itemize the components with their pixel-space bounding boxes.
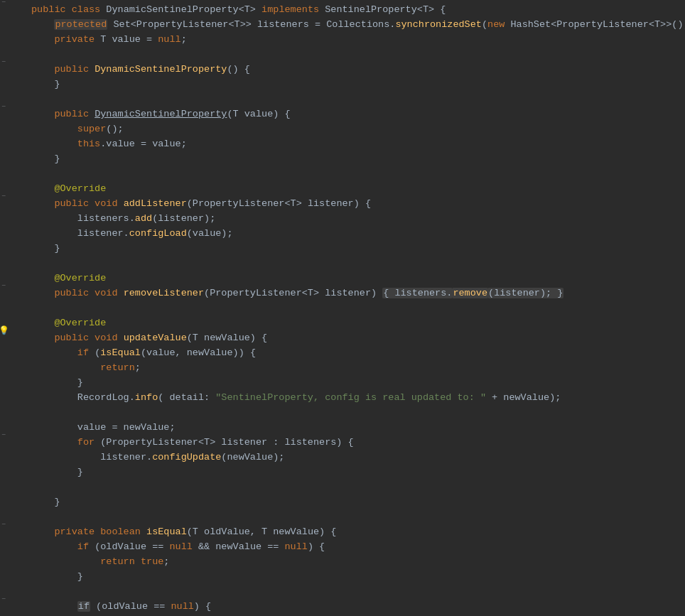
code-23: public void updateValue(T newValue) {: [26, 331, 685, 346]
line-29: value = newValue;: [0, 421, 685, 436]
line-14: − public void addListener(PropertyListen…: [0, 197, 685, 212]
code-11: }: [26, 152, 685, 167]
line-23: − 💡 public void updateValue(T newValue) …: [0, 331, 685, 346]
code-25: return;: [26, 361, 685, 376]
code-27: RecordLog.info( detail: "SentinelPropert…: [26, 391, 685, 406]
fold-icon-36[interactable]: −: [1, 519, 6, 531]
code-15: listeners.add(listener);: [26, 212, 685, 227]
line-19: @Override: [0, 271, 685, 286]
line-6: }: [0, 77, 685, 92]
line-37: if (oldValue == null && newValue == null…: [0, 540, 685, 555]
fold-icon-5[interactable]: −: [1, 57, 6, 68]
line-20: − public void removeListener(PropertyLis…: [0, 286, 685, 301]
code-30: for (PropertyListener<T> listener : list…: [26, 436, 685, 450]
line-40: [0, 585, 685, 600]
line-25: return;: [0, 361, 685, 376]
line-26: }: [0, 376, 685, 391]
line-34: }: [0, 495, 685, 510]
fold-icon-14[interactable]: −: [1, 191, 6, 202]
code-32: }: [26, 465, 685, 480]
line-8: − public DynamicSentinelProperty(T value…: [0, 107, 685, 122]
line-38: return true;: [0, 555, 685, 570]
code-19: @Override: [26, 271, 685, 286]
fold-icon-8[interactable]: −: [1, 102, 6, 113]
line-18: [0, 256, 685, 271]
code-10: this.value = value;: [26, 137, 685, 152]
code-38: return true;: [26, 555, 685, 570]
code-9: super();: [26, 122, 685, 137]
code-8: public DynamicSentinelProperty(T value) …: [26, 107, 685, 122]
line-35: [0, 510, 685, 525]
line-16: listener.configLoad(value);: [0, 227, 685, 242]
fold-icon-20[interactable]: −: [1, 281, 6, 292]
line-11: }: [0, 152, 685, 167]
code-1: public class DynamicSentinelProperty<T> …: [26, 3, 685, 18]
code-35: [26, 510, 685, 525]
code-29: value = newValue;: [26, 421, 685, 436]
bulb-icon: 💡: [0, 325, 9, 338]
code-22: @Override: [26, 316, 685, 331]
line-28: [0, 406, 685, 421]
line-12: [0, 167, 685, 182]
code-12: [26, 167, 685, 182]
line-30: − for (PropertyListener<T> listener : li…: [0, 436, 685, 450]
line-33: [0, 480, 685, 495]
line-2: protected Set<PropertyListener<T>> liste…: [0, 18, 685, 33]
code-24: if (isEqual(value, newValue)) {: [26, 346, 685, 361]
code-editor: − public class DynamicSentinelProperty<T…: [0, 0, 685, 616]
code-20: public void removeListener(PropertyListe…: [26, 286, 685, 301]
code-4: [26, 48, 685, 63]
code-39: }: [26, 570, 685, 585]
code-7: [26, 92, 685, 107]
code-36: private boolean isEqual(T oldValue, T ne…: [26, 525, 685, 540]
code-28: [26, 406, 685, 421]
line-15: listeners.add(listener);: [0, 212, 685, 227]
line-21: [0, 301, 685, 316]
code-33: [26, 480, 685, 495]
line-36: − private boolean isEqual(T oldValue, T …: [0, 525, 685, 540]
code-41: if (oldValue == null) {: [26, 600, 685, 615]
fold-icon-41[interactable]: −: [1, 594, 6, 605]
code-18: [26, 256, 685, 271]
code-40: [26, 585, 685, 600]
line-17: }: [0, 242, 685, 256]
code-2: protected Set<PropertyListener<T>> liste…: [26, 18, 685, 33]
fold-icon-1[interactable]: −: [1, 0, 6, 9]
line-4: [0, 48, 685, 63]
line-22: @Override: [0, 316, 685, 331]
code-13: @Override: [26, 182, 685, 197]
code-14: public void addListener(PropertyListener…: [26, 197, 685, 212]
code-34: }: [26, 495, 685, 510]
line-27: RecordLog.info( detail: "SentinelPropert…: [0, 391, 685, 406]
code-5: public DynamicSentinelProperty() {: [26, 63, 685, 77]
line-13: @Override: [0, 182, 685, 197]
line-3: private T value = null;: [0, 33, 685, 48]
line-10: this.value = value;: [0, 137, 685, 152]
line-9: super();: [0, 122, 685, 137]
line-32: }: [0, 465, 685, 480]
code-17: }: [26, 242, 685, 256]
code-31: listener.configUpdate(newValue);: [26, 450, 685, 465]
code-37: if (oldValue == null && newValue == null…: [26, 540, 685, 555]
code-6: }: [26, 77, 685, 92]
line-5: − public DynamicSentinelProperty() {: [0, 63, 685, 77]
code-16: listener.configLoad(value);: [26, 227, 685, 242]
line-39: }: [0, 570, 685, 585]
code-21: [26, 301, 685, 316]
line-24: if (isEqual(value, newValue)) {: [0, 346, 685, 361]
code-26: }: [26, 376, 685, 391]
line-41: − if (oldValue == null) {: [0, 600, 685, 615]
line-1: − public class DynamicSentinelProperty<T…: [0, 3, 685, 18]
fold-icon-30[interactable]: −: [1, 430, 6, 441]
line-31: listener.configUpdate(newValue);: [0, 450, 685, 465]
code-3: private T value = null;: [26, 33, 685, 48]
line-7: [0, 92, 685, 107]
